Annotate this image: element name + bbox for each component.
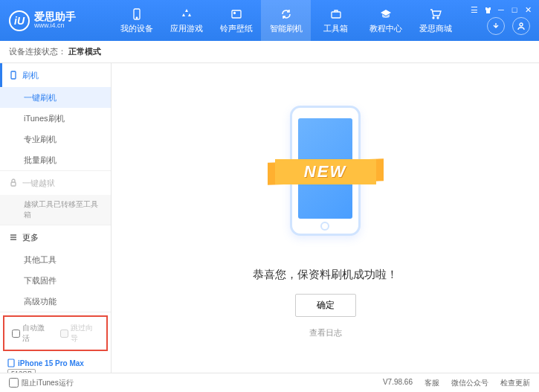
logo-area: iU 爱思助手 www.i4.cn <box>0 10 112 31</box>
main-content: NEW 恭喜您，保资料刷机成功啦！ 确定 查看日志 <box>112 63 539 373</box>
svg-point-5 <box>433 17 434 19</box>
svg-rect-10 <box>8 359 14 367</box>
auto-activate-checkbox[interactable]: 自动激活 <box>12 323 51 344</box>
app-url: www.i4.cn <box>34 22 76 30</box>
app-title: 爱思助手 <box>34 11 76 22</box>
nav-toolbox[interactable]: 工具箱 <box>311 0 361 41</box>
close-icon[interactable]: ✕ <box>523 4 533 15</box>
minimize-icon[interactable]: ─ <box>496 4 506 15</box>
sidebar-jailbreak-note: 越狱工具已转移至工具箱 <box>0 195 111 225</box>
status-value: 正常模式 <box>68 46 101 57</box>
success-message: 恭喜您，保资料刷机成功啦！ <box>253 268 398 282</box>
svg-point-1 <box>136 17 138 19</box>
status-bar: 设备连接状态： 正常模式 <box>0 41 539 63</box>
svg-rect-2 <box>232 10 241 18</box>
block-itunes-checkbox[interactable] <box>9 378 19 388</box>
nav-store[interactable]: 爱思商城 <box>410 0 460 41</box>
top-nav: 我的设备 应用游戏 铃声壁纸 智能刷机 工具箱 教程中心 爱思商城 <box>112 0 460 41</box>
storage-badge: 512GB <box>7 369 36 373</box>
footer-wechat[interactable]: 微信公众号 <box>451 378 488 388</box>
footer-update[interactable]: 检查更新 <box>500 378 530 388</box>
device-name[interactable]: iPhone 15 Pro Max <box>7 359 103 367</box>
image-icon <box>230 7 243 21</box>
svg-rect-8 <box>11 71 16 79</box>
device-info: iPhone 15 Pro Max 512GB iPhone <box>0 354 111 373</box>
more-icon <box>9 233 18 242</box>
cart-icon <box>429 7 442 21</box>
ok-button[interactable]: 确定 <box>295 294 356 317</box>
phone-illustration: NEW <box>274 98 378 254</box>
maximize-icon[interactable]: □ <box>509 4 520 15</box>
nav-apps[interactable]: 应用游戏 <box>161 0 211 41</box>
user-button[interactable] <box>512 17 530 35</box>
sidebar-item-download-firmware[interactable]: 下载固件 <box>0 270 111 291</box>
sidebar-item-other-tools[interactable]: 其他工具 <box>0 249 111 270</box>
nav-ringtones[interactable]: 铃声壁纸 <box>211 0 261 41</box>
version-label: V7.98.66 <box>383 378 413 388</box>
block-itunes-label: 阻止iTunes运行 <box>22 378 74 388</box>
phone-icon <box>130 7 143 21</box>
new-ribbon: NEW <box>268 156 384 187</box>
sidebar-item-batch-flash[interactable]: 批量刷机 <box>0 150 111 170</box>
sidebar-section-jailbreak[interactable]: 一键越狱 <box>0 171 111 195</box>
svg-point-7 <box>520 23 523 26</box>
window-controls: ☰ ─ □ ✕ <box>469 4 533 15</box>
status-label: 设备连接状态： <box>9 46 66 57</box>
flash-icon <box>9 71 18 80</box>
sidebar-item-itunes-flash[interactable]: iTunes刷机 <box>0 108 111 129</box>
checkbox-row: 自动激活 跳过向导 <box>3 315 108 351</box>
view-log-link[interactable]: 查看日志 <box>309 327 342 338</box>
sidebar-section-more[interactable]: 更多 <box>0 225 111 249</box>
svg-rect-4 <box>332 12 340 18</box>
menu-icon[interactable]: ☰ <box>469 4 480 15</box>
svg-rect-9 <box>11 182 16 186</box>
lock-icon <box>9 179 18 187</box>
logo-icon: iU <box>9 10 30 31</box>
sidebar-section-flash[interactable]: 刷机 <box>0 63 111 87</box>
download-button[interactable] <box>487 17 505 35</box>
app-header: iU 爱思助手 www.i4.cn 我的设备 应用游戏 铃声壁纸 智能刷机 工具… <box>0 0 539 41</box>
refresh-icon <box>280 7 293 21</box>
apps-icon <box>180 7 193 21</box>
svg-point-3 <box>233 12 235 13</box>
skip-guide-checkbox[interactable]: 跳过向导 <box>60 323 100 344</box>
skin-icon[interactable] <box>482 4 493 15</box>
sidebar: 刷机 一键刷机 iTunes刷机 专业刷机 批量刷机 一键越狱 越狱工具已转移至… <box>0 63 112 373</box>
graduation-icon <box>379 7 393 21</box>
sidebar-item-advanced[interactable]: 高级功能 <box>0 291 111 312</box>
nav-tutorials[interactable]: 教程中心 <box>361 0 410 41</box>
sidebar-item-oneclick-flash[interactable]: 一键刷机 <box>0 87 111 108</box>
footer-support[interactable]: 客服 <box>425 378 439 388</box>
footer: 阻止iTunes运行 V7.98.66 客服 微信公众号 检查更新 <box>0 373 539 392</box>
toolbox-icon <box>329 7 343 21</box>
device-icon <box>7 359 15 367</box>
nav-my-device[interactable]: 我的设备 <box>112 0 161 41</box>
nav-flash[interactable]: 智能刷机 <box>261 0 311 41</box>
svg-point-6 <box>437 17 439 19</box>
sidebar-item-pro-flash[interactable]: 专业刷机 <box>0 129 111 150</box>
